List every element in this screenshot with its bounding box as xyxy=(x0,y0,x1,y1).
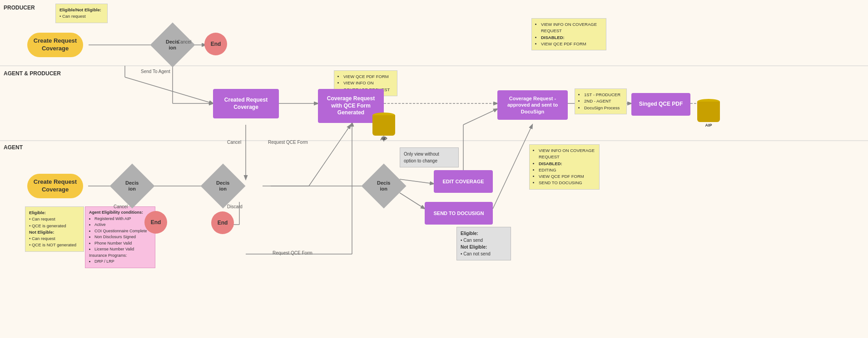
agent-end2-node: End xyxy=(211,211,234,234)
coverage-approved-label: Coverage Request -approved and sent toDo… xyxy=(497,90,568,120)
aip-cylinder-body xyxy=(372,115,395,136)
agent-end1-circle: End xyxy=(144,211,167,234)
lane-label-agent-producer: AGENT & PRODUCER xyxy=(4,70,61,77)
agent-decision3-text: Decision xyxy=(377,180,390,192)
coverage-approved-node: Coverage Request -approved and sent toDo… xyxy=(497,90,568,120)
singed-qce-node: Singed QCE PDF xyxy=(631,93,690,116)
agent-decision3-diamond: Decision xyxy=(362,164,407,209)
discard-label: Discard xyxy=(227,204,243,209)
producer-eligible-note: Eligible/Not Eligible: • Can request xyxy=(55,4,108,23)
svg-line-26 xyxy=(493,125,532,209)
lane-label-agent: AGENT xyxy=(4,144,23,151)
agent-end2-circle: End xyxy=(211,211,234,234)
agent-end1-node: End xyxy=(144,211,167,234)
producer-decision-diamond: Decision xyxy=(150,23,195,68)
send-docusign-node: SEND TO DOCUSIGN xyxy=(425,202,493,225)
edit-coverage-label: EDIT COVERAGE xyxy=(434,170,493,193)
producer-create-label: Create RequestCoverage xyxy=(27,33,83,57)
svg-line-28 xyxy=(309,125,351,186)
agent-decision2-text: Decision xyxy=(216,180,229,192)
agent-decision1-node: Decision xyxy=(116,170,148,202)
producer-end-circle: End xyxy=(204,33,227,55)
agent-create-label: Create RequestCoverage xyxy=(27,174,83,198)
svg-line-23 xyxy=(400,193,425,209)
lane-label-producer: PRODUCER xyxy=(4,5,35,11)
svg-line-7 xyxy=(125,77,213,103)
agent-eligible-note: Eligible: • Can request • QCE is generat… xyxy=(25,206,84,252)
producer-topright-note: VIEW INFO ON COVERAGE REQUEST DISABLED: … xyxy=(531,18,606,50)
diagram-container: PRODUCER AGENT & PRODUCER AGENT Create R… xyxy=(0,0,868,338)
aip-body-right xyxy=(697,102,720,122)
send-docusign-label: SEND TO DOCUSIGN xyxy=(425,202,493,225)
send-docusign-eligible-note: Eligible: • Can send Not Eligible: • Can… xyxy=(456,227,511,260)
svg-line-22 xyxy=(400,179,434,184)
agent-decision1-text: Decision xyxy=(125,180,139,192)
agent-decision1-diamond: Decision xyxy=(110,164,155,209)
agent-decision2-diamond: Decision xyxy=(201,164,246,209)
docusign-process-note: 1ST - PRODUCER 2ND - AGENT DocuSign Proc… xyxy=(575,88,627,114)
edit-coverage-node: EDIT COVERAGE xyxy=(434,170,493,193)
request-qce-label1: Request QCE Form xyxy=(268,140,308,145)
cancel-label-1: Cancel xyxy=(177,39,191,44)
producer-decision-node: Decision xyxy=(157,29,188,61)
agent-create-node: Create RequestCoverage xyxy=(22,168,88,204)
created-request-label: Created RequestCoverage xyxy=(213,89,279,118)
view-info-agent-note: VIEW INFO ON COVERAGE REQUEST DISABLED: … xyxy=(529,144,600,190)
cancel-label-ap: Cancel xyxy=(227,140,241,145)
singed-qce-label: Singed QCE PDF xyxy=(631,93,690,116)
svg-line-25 xyxy=(463,109,497,125)
agent-decision3-node: Decision xyxy=(368,170,400,202)
request-qce-label2: Request QCE Form xyxy=(273,250,312,255)
only-view-note: Only view withoutoption to change xyxy=(400,147,459,167)
producer-create-node: Create RequestCoverage xyxy=(22,27,88,63)
agent-decision2-node: Decision xyxy=(207,170,239,202)
cancel-label-agent1: Cancel xyxy=(114,204,128,209)
aip-cylinder-right: AIP xyxy=(697,99,720,127)
producer-end-node: End xyxy=(204,33,227,55)
created-request-node: Created RequestCoverage xyxy=(213,89,279,118)
send-to-agent-label: Send To Agent xyxy=(141,69,170,74)
aip-cylinder-ap: AIP xyxy=(372,113,395,141)
